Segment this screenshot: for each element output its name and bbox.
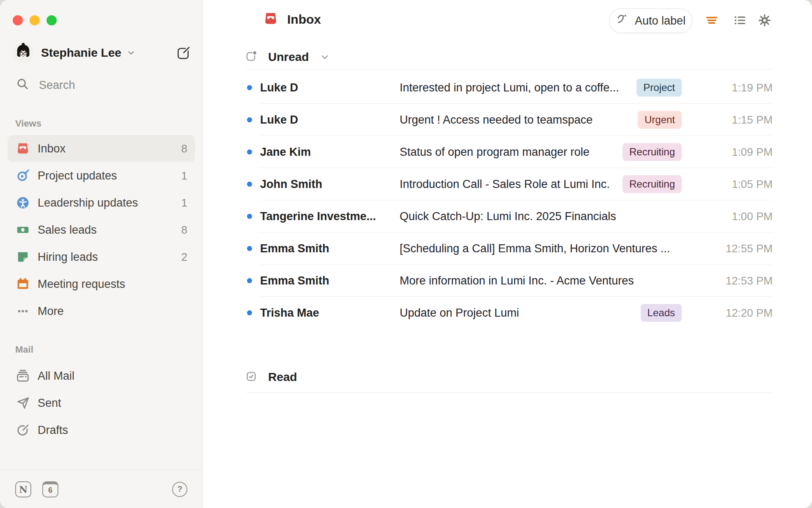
gear-icon[interactable]: [758, 14, 771, 27]
page-header: Inbox: [263, 11, 321, 28]
email-tag: Project: [636, 79, 682, 97]
sidebar-item-inbox[interactable]: Inbox 8: [8, 135, 195, 162]
email-subject: Status of open program manager role: [400, 146, 623, 159]
main-panel: Inbox Auto label: [203, 0, 812, 508]
email-row[interactable]: Jane Kim Status of open program manager …: [245, 136, 773, 168]
accessibility-icon: [16, 196, 30, 210]
views-section-label: Views: [15, 118, 41, 129]
auto-label-icon: [616, 13, 629, 29]
read-group-label: Read: [268, 370, 297, 384]
sidebar-item-count: 1: [181, 169, 187, 182]
drafts-icon: [16, 423, 30, 437]
email-sender: Jane Kim: [260, 146, 400, 159]
target-icon: [16, 168, 30, 183]
email-sender: Trisha Mae: [260, 306, 400, 320]
sidebar-item-project-updates[interactable]: Project updates 1: [8, 162, 195, 189]
sidebar-item-count: 8: [181, 224, 187, 237]
email-subject: Introduction Call - Sales Role at Lumi I…: [400, 178, 623, 191]
unread-dot: [245, 117, 260, 122]
page-title: Inbox: [287, 12, 321, 27]
zoom-button[interactable]: [47, 15, 57, 25]
email-time: 1:15 PM: [694, 113, 773, 127]
email-tag: Recruiting: [623, 143, 682, 161]
sidebar-item-label: Hiring leads: [38, 251, 181, 264]
user-name: Stephanie Lee: [41, 46, 121, 60]
sidebar-item-label: Sent: [38, 397, 187, 410]
search-icon: [16, 77, 29, 93]
email-tag: Leads: [641, 304, 682, 322]
email-row[interactable]: John Smith Introduction Call - Sales Rol…: [245, 168, 773, 200]
email-row[interactable]: Tangerine Investme... Quick Catch-Up: Lu…: [245, 200, 773, 232]
sidebar-item-count: 1: [181, 196, 187, 210]
list-view-icon[interactable]: [733, 14, 746, 27]
email-tag: Recruiting: [623, 175, 682, 193]
sidebar-item-label: Inbox: [38, 142, 181, 155]
unread-group-label: Unread: [268, 50, 309, 64]
compose-icon[interactable]: [176, 46, 191, 60]
email-subject: Quick Catch-Up: Lumi Inc. 2025 Financial…: [400, 210, 682, 223]
avatar: [13, 42, 34, 64]
email-row[interactable]: Luke D Interested in project Lumi, open …: [245, 72, 773, 104]
filter-icon[interactable]: [705, 14, 718, 27]
inbox-icon: [263, 11, 278, 28]
email-sender: Luke D: [260, 81, 400, 94]
email-sender: Emma Smith: [260, 242, 400, 255]
account-switcher[interactable]: Stephanie Lee: [13, 42, 191, 64]
unread-group-header[interactable]: Unread: [245, 46, 330, 68]
app-window: Stephanie Lee Search Views: [0, 0, 812, 508]
email-subject: Interested in project Lumi, open to a co…: [400, 81, 636, 94]
sidebar-item-sent[interactable]: Sent: [8, 389, 195, 417]
sidebar-item-label: More: [38, 305, 187, 318]
email-time: 12:20 PM: [694, 306, 773, 320]
email-subject: Urgent ! Access needed to teamspace: [400, 113, 638, 127]
sidebar-item-more[interactable]: More: [8, 298, 195, 325]
email-sender: John Smith: [260, 178, 400, 191]
unread-dot: [245, 246, 260, 251]
email-subject: [Scheduling a Call] Emma Smith, Horizon …: [400, 242, 682, 255]
unread-dot: [245, 310, 260, 315]
sidebar-item-label: All Mail: [38, 370, 187, 383]
chevron-down-icon[interactable]: [320, 52, 330, 64]
sidebar-item-label: Meeting requests: [38, 278, 187, 291]
sidebar-footer: N 6 ?: [0, 470, 203, 508]
email-time: 12:53 PM: [694, 274, 773, 287]
email-time: 1:00 PM: [694, 210, 773, 223]
inbox-icon: [16, 141, 30, 156]
email-time: 12:55 PM: [694, 242, 773, 255]
all-mail-icon: [16, 369, 30, 383]
email-list: Luke D Interested in project Lumi, open …: [245, 72, 773, 329]
sidebar-item-all-mail[interactable]: All Mail: [8, 362, 195, 389]
email-tag: Urgent: [638, 111, 682, 129]
search-placeholder: Search: [39, 79, 75, 92]
email-subject: More information in Lumi Inc. - Acme Ven…: [400, 274, 682, 287]
sidebar-item-meeting-requests[interactable]: Meeting requests: [8, 271, 195, 298]
close-button[interactable]: [13, 15, 23, 25]
email-row[interactable]: Emma Smith [Scheduling a Call] Emma Smit…: [245, 232, 773, 265]
sidebar-item-sales-leads[interactable]: Sales leads 8: [8, 216, 195, 243]
sidebar-item-drafts[interactable]: Drafts: [8, 417, 195, 444]
notion-logo-icon[interactable]: N: [15, 481, 31, 497]
calendar-app-icon[interactable]: 6: [42, 481, 58, 497]
sticky-note-icon: [16, 250, 30, 264]
views-nav: Inbox 8 Project updates 1: [0, 135, 203, 325]
banknote-icon: [16, 223, 30, 237]
send-icon: [16, 396, 30, 410]
email-subject: Update on Project Lumi: [400, 306, 641, 320]
minimize-button[interactable]: [30, 15, 40, 25]
sidebar-item-leadership-updates[interactable]: Leadership updates 1: [8, 189, 195, 216]
auto-label-button[interactable]: Auto label: [609, 8, 692, 33]
email-sender: Luke D: [260, 113, 400, 127]
sidebar-item-count: 8: [181, 142, 187, 155]
email-row[interactable]: Emma Smith More information in Lumi Inc.…: [245, 265, 773, 297]
help-icon[interactable]: ?: [172, 482, 187, 497]
email-row[interactable]: Trisha Mae Update on Project Lumi Leads …: [245, 297, 773, 329]
read-group-header[interactable]: Read: [245, 367, 297, 388]
search-input[interactable]: Search: [16, 78, 75, 92]
email-row[interactable]: Luke D Urgent ! Access needed to teamspa…: [245, 104, 773, 136]
auto-label-label: Auto label: [635, 14, 686, 28]
unread-dot: [245, 214, 260, 219]
unread-dot: [245, 149, 260, 155]
sidebar-item-hiring-leads[interactable]: Hiring leads 2: [8, 243, 195, 271]
sidebar-item-label: Drafts: [38, 424, 187, 437]
mail-section-label: Mail: [15, 344, 33, 355]
